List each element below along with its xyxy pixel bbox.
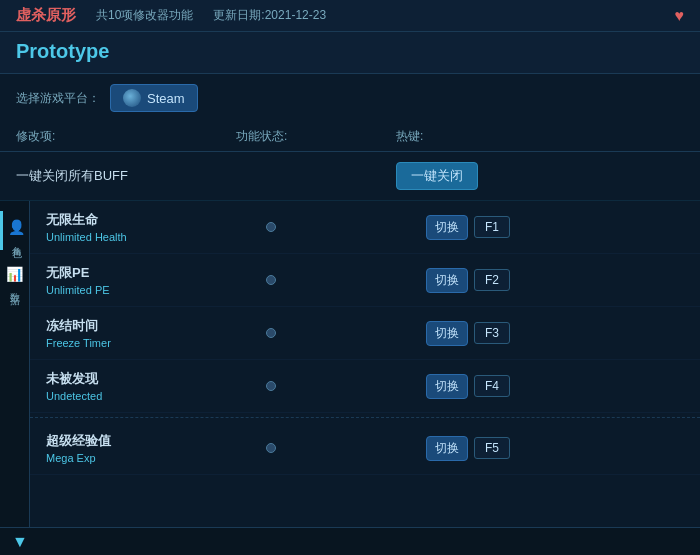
steam-logo-icon: [123, 89, 141, 107]
cheat-name-cell: 无限生命 Unlimited Health: [46, 211, 266, 243]
table-row: 超级经验值 Mega Exp 切换 F5: [30, 422, 700, 475]
switch-button-2[interactable]: 切换: [426, 321, 468, 346]
cheat-en-0: Unlimited Health: [46, 231, 266, 243]
steam-button[interactable]: Steam: [110, 84, 198, 112]
cheat-en-1: Unlimited PE: [46, 284, 266, 296]
switch-button-0[interactable]: 切换: [426, 215, 468, 240]
cheat-cn-2: 冻结时间: [46, 317, 266, 335]
cheat-name-cell: 超级经验值 Mega Exp: [46, 432, 266, 464]
cheat-status-4: [266, 439, 426, 457]
character-cheats-group: 无限生命 Unlimited Health 切换 F1 无限PE Unlimit…: [30, 201, 700, 413]
key-badge-1: F2: [474, 269, 510, 291]
hotkey-group-4: 切换 F5: [426, 436, 684, 461]
cheat-name-cell: 未被发现 Undetected: [46, 370, 266, 402]
sidebar: 👤 角色 📊 数据: [0, 201, 30, 555]
sidebar-data-label: 数据: [8, 285, 22, 289]
cheat-en-2: Freeze Timer: [46, 337, 266, 349]
key-badge-3: F4: [474, 375, 510, 397]
status-indicator-4: [266, 443, 276, 453]
cheat-name-cell: 冻结时间 Freeze Timer: [46, 317, 266, 349]
switch-button-4[interactable]: 切换: [426, 436, 468, 461]
hotkey-group-2: 切换 F3: [426, 321, 684, 346]
heart-icon[interactable]: ♥: [675, 7, 685, 25]
cheat-cn-0: 无限生命: [46, 211, 266, 229]
hotkey-group-3: 切换 F4: [426, 374, 684, 399]
mod-count: 共10项修改器功能: [96, 7, 193, 24]
toggle-all-button[interactable]: 一键关闭: [396, 162, 478, 190]
status-indicator-0: [266, 222, 276, 232]
main-content: 👤 角色 📊 数据 无限生命 Unlimited Health 切换: [0, 201, 700, 555]
cheat-status-0: [266, 218, 426, 236]
cheat-en-4: Mega Exp: [46, 452, 266, 464]
cheat-cn-1: 无限PE: [46, 264, 266, 282]
table-row: 无限生命 Unlimited Health 切换 F1: [30, 201, 700, 254]
switch-button-3[interactable]: 切换: [426, 374, 468, 399]
table-row: 冻结时间 Freeze Timer 切换 F3: [30, 307, 700, 360]
scroll-down-icon[interactable]: ▼: [12, 533, 28, 551]
sidebar-character-section: 👤 角色: [0, 211, 29, 250]
column-headers: 修改项: 功能状态: 热键:: [0, 122, 700, 152]
update-date: 更新日期:2021-12-23: [213, 7, 326, 24]
all-toggle-label: 一键关闭所有BUFF: [16, 167, 236, 185]
sidebar-character-label: 角色: [9, 238, 23, 242]
cheat-status-1: [266, 271, 426, 289]
hotkey-group-1: 切换 F2: [426, 268, 684, 293]
section-divider: [30, 417, 700, 418]
cheat-list: 无限生命 Unlimited Health 切换 F1 无限PE Unlimit…: [30, 201, 700, 555]
table-row: 未被发现 Undetected 切换 F4: [30, 360, 700, 413]
hotkey-group-0: 切换 F1: [426, 215, 684, 240]
game-title: 虚杀原形: [16, 6, 76, 25]
cheat-cn-3: 未被发现: [46, 370, 266, 388]
cheat-name-cell: 无限PE Unlimited PE: [46, 264, 266, 296]
col-status: 功能状态:: [236, 128, 396, 145]
game-subtitle: Prototype: [16, 40, 684, 63]
character-icon: 👤: [8, 219, 25, 235]
bottom-bar: ▼: [0, 527, 700, 555]
cheat-en-3: Undetected: [46, 390, 266, 402]
platform-row: 选择游戏平台： Steam: [0, 74, 700, 122]
cheat-cn-4: 超级经验值: [46, 432, 266, 450]
platform-label: 选择游戏平台：: [16, 90, 100, 107]
top-bar: 虚杀原形 共10项修改器功能 更新日期:2021-12-23 ♥: [0, 0, 700, 32]
all-toggle-row: 一键关闭所有BUFF 一键关闭: [0, 152, 700, 201]
cheat-status-3: [266, 377, 426, 395]
switch-button-1[interactable]: 切换: [426, 268, 468, 293]
subtitle-bar: Prototype: [0, 32, 700, 74]
table-row: 无限PE Unlimited PE 切换 F2: [30, 254, 700, 307]
key-badge-2: F3: [474, 322, 510, 344]
steam-label: Steam: [147, 91, 185, 106]
key-badge-0: F1: [474, 216, 510, 238]
key-badge-4: F5: [474, 437, 510, 459]
col-mod: 修改项:: [16, 128, 236, 145]
data-icon: 📊: [6, 266, 23, 282]
status-indicator-3: [266, 381, 276, 391]
sidebar-data-section: 📊 数据: [0, 258, 29, 297]
col-hotkey: 热键:: [396, 128, 684, 145]
cheat-status-2: [266, 324, 426, 342]
data-cheats-group: 超级经验值 Mega Exp 切换 F5: [30, 422, 700, 475]
status-indicator-1: [266, 275, 276, 285]
status-indicator-2: [266, 328, 276, 338]
